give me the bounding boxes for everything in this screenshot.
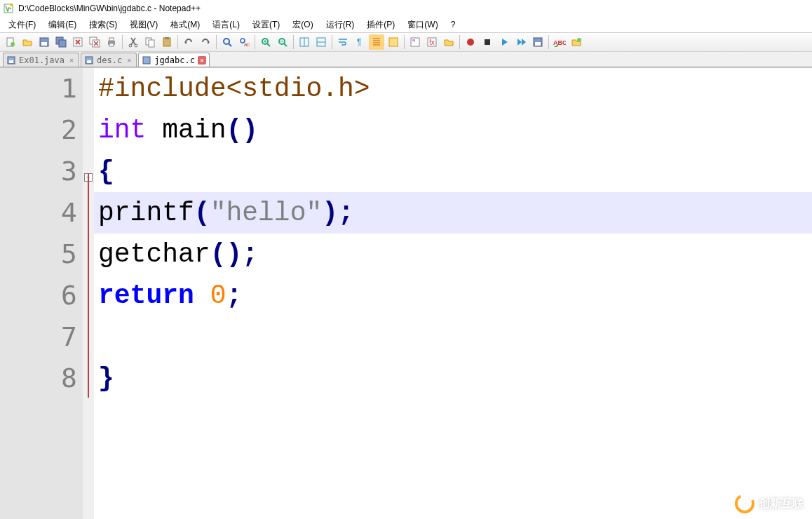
toolbar-sep	[255, 35, 255, 49]
copy-icon[interactable]	[142, 34, 158, 50]
toolbar-sep	[293, 35, 294, 49]
app-icon	[3, 3, 14, 14]
play-macro-icon[interactable]	[496, 34, 512, 50]
wordwrap-icon[interactable]	[335, 34, 351, 50]
code-line: }	[94, 358, 812, 399]
svg-rect-36	[535, 42, 541, 46]
svg-rect-17	[149, 40, 154, 47]
svg-rect-29	[411, 38, 419, 46]
replace-icon[interactable]: ab	[236, 34, 252, 50]
redo-icon[interactable]	[198, 34, 213, 50]
menu-search[interactable]: 搜索(S)	[83, 18, 123, 32]
line-number: 5	[0, 234, 77, 275]
tab-jgdabc[interactable]: jgdabc.c ✕	[138, 53, 210, 67]
tab-close-icon[interactable]: ✕	[198, 56, 206, 65]
svg-rect-44	[144, 60, 149, 63]
menu-window[interactable]: 窗口(W)	[402, 18, 443, 32]
new-file-icon[interactable]	[3, 34, 18, 50]
paste-icon[interactable]	[159, 34, 175, 50]
close-all-icon[interactable]	[87, 34, 102, 50]
watermark-icon	[735, 494, 755, 513]
window-title: D:\CodeBlocks\MinGW\bin\jgdabc.c - Notep…	[18, 4, 201, 13]
sync-v-icon[interactable]	[297, 34, 312, 50]
menu-bar: 文件(F) 编辑(E) 搜索(S) 视图(V) 格式(M) 语言(L) 设置(T…	[0, 17, 812, 32]
code-line: int main()	[94, 109, 812, 151]
toolbar-sep	[459, 35, 460, 49]
tab-ex01[interactable]: Ex01.java ✕	[3, 53, 79, 67]
menu-format[interactable]: 格式(M)	[165, 18, 205, 32]
file-icon	[6, 55, 16, 65]
save-all-icon[interactable]	[53, 34, 69, 50]
editor[interactable]: 1 2 3 4 5 6 7 8 − #include<stdio.h> int …	[0, 67, 812, 519]
svg-rect-28	[389, 38, 398, 46]
svg-text:¶: ¶	[357, 37, 361, 47]
tab-close-icon[interactable]: ✕	[67, 56, 76, 65]
save-macro-icon[interactable]	[530, 34, 546, 50]
code-area[interactable]: #include<stdio.h> int main() { printf("h…	[94, 68, 812, 519]
menu-edit[interactable]: 编辑(E)	[43, 18, 82, 32]
svg-rect-12	[109, 38, 114, 41]
menu-file[interactable]: 文件(F)	[3, 18, 41, 32]
func-list-icon[interactable]: fx	[424, 34, 440, 50]
title-bar: D:\CodeBlocks\MinGW\bin\jgdabc.c - Notep…	[0, 0, 812, 17]
indent-guide-icon[interactable]	[369, 34, 384, 50]
svg-text:ab: ab	[244, 41, 250, 48]
menu-run[interactable]: 运行(R)	[320, 18, 360, 32]
file-icon	[84, 55, 94, 65]
svg-text:fx: fx	[429, 39, 435, 46]
menu-help[interactable]: ?	[445, 18, 461, 31]
svg-rect-13	[109, 43, 114, 46]
sync-h-icon[interactable]	[313, 34, 329, 50]
svg-point-38	[577, 38, 581, 42]
menu-view[interactable]: 视图(V)	[124, 18, 163, 32]
zoom-in-icon[interactable]	[258, 34, 273, 50]
code-line-highlighted: printf("hello");	[94, 192, 812, 234]
menu-settings[interactable]: 设置(T)	[247, 18, 285, 32]
doc-map-icon[interactable]	[407, 34, 423, 50]
svg-rect-19	[165, 37, 169, 39]
toolbar-sep	[122, 35, 123, 49]
menu-plugins[interactable]: 插件(P)	[361, 18, 400, 32]
toolbar-sep	[216, 35, 217, 49]
svg-point-1	[10, 4, 13, 6]
play-multi-icon[interactable]	[513, 34, 529, 50]
svg-rect-40	[9, 60, 13, 63]
stop-macro-icon[interactable]	[480, 34, 495, 50]
folder-icon[interactable]	[441, 34, 456, 50]
cut-icon[interactable]	[126, 34, 141, 50]
toolbar-sep	[177, 35, 178, 49]
zoom-out-icon[interactable]	[275, 34, 290, 50]
svg-point-20	[224, 39, 229, 44]
code-line: {	[94, 151, 812, 192]
spellcheck-icon[interactable]: ABC	[552, 34, 567, 50]
record-macro-icon[interactable]	[463, 34, 478, 50]
svg-point-3	[11, 42, 15, 46]
svg-rect-34	[485, 39, 490, 45]
svg-point-33	[467, 39, 474, 46]
tab-bar: Ex01.java ✕ des.c ✕ jgdabc.c ✕	[0, 52, 812, 67]
close-icon[interactable]	[70, 34, 86, 50]
show-all-chars-icon[interactable]: ¶	[352, 34, 367, 50]
svg-rect-7	[59, 40, 66, 47]
toolbar-sep	[548, 35, 549, 49]
tab-des[interactable]: des.c ✕	[81, 53, 137, 67]
toolbar-sep	[332, 35, 332, 49]
line-number: 8	[0, 358, 77, 399]
toolbar: ab ¶ fx ABC	[0, 32, 812, 52]
fold-guide	[88, 173, 89, 398]
toggle-panel-icon[interactable]	[569, 34, 584, 50]
open-file-icon[interactable]	[20, 34, 35, 50]
tab-close-icon[interactable]: ✕	[125, 56, 133, 65]
print-icon[interactable]	[104, 34, 119, 50]
menu-macro[interactable]: 宏(O)	[287, 18, 318, 32]
code-line	[94, 316, 812, 358]
tab-label: jgdabc.c	[154, 55, 195, 65]
menu-language[interactable]: 语言(L)	[207, 18, 245, 32]
undo-icon[interactable]	[181, 34, 196, 50]
find-icon[interactable]	[219, 34, 235, 50]
svg-text:ABC: ABC	[553, 39, 566, 46]
user-lang-icon[interactable]	[386, 34, 401, 50]
file-icon	[142, 55, 151, 65]
save-icon[interactable]	[36, 34, 52, 50]
svg-point-14	[129, 44, 132, 47]
